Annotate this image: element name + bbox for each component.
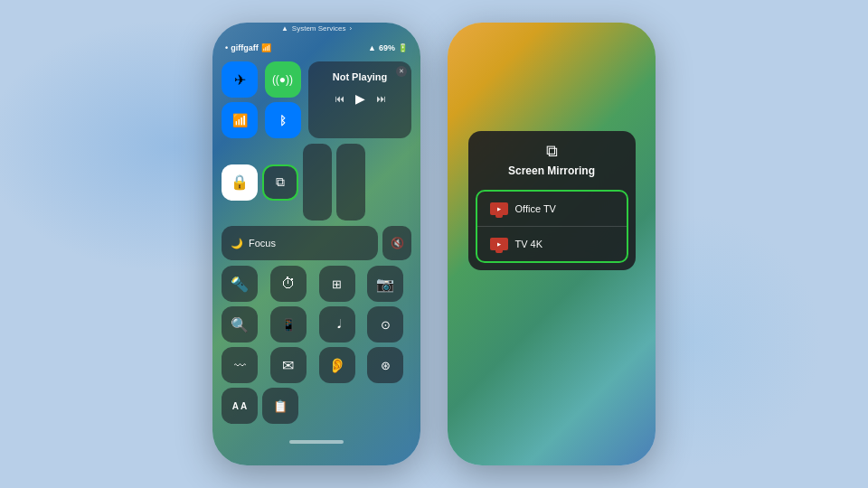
now-playing-close[interactable]: ✕ xyxy=(396,66,407,77)
next-track-button[interactable]: ⏭ xyxy=(376,93,386,104)
connectivity-group: ✈ ((●)) 📶 ᛒ xyxy=(222,61,303,138)
control-center: ✈ ((●)) 📶 ᛒ ✕ Not Playing xyxy=(212,56,420,436)
iphone-right-panel: ⧉ Screen Mirroring ▶ Office TV ▶ TV 4K xyxy=(448,23,656,465)
soundboard-button[interactable]: 〰 xyxy=(222,347,258,383)
accessibility-button[interactable]: ⊛ xyxy=(367,347,403,383)
location-icon: ▲ xyxy=(281,24,288,33)
screen-mirror-popup: ⧉ Screen Mirroring ▶ Office TV ▶ TV 4K xyxy=(468,131,636,270)
mute-icon: 🔇 xyxy=(391,237,404,249)
calculator-icon: ⊞ xyxy=(332,277,342,291)
bluetooth-button[interactable]: ᛒ xyxy=(265,102,301,138)
tv-4k-label: TV 4K xyxy=(515,239,543,249)
shazam-button[interactable]: 𝅘𝅥 xyxy=(319,306,355,343)
popup-screen-mirror-icon: ⧉ xyxy=(546,142,558,161)
home-indicator xyxy=(289,440,344,444)
status-left: • giffgaff 📶 xyxy=(225,43,271,52)
hearing-button[interactable]: 👂 xyxy=(319,347,355,383)
now-playing-widget: ✕ Not Playing ⏮ ▶ ⏭ xyxy=(308,61,411,138)
tv-4k-item[interactable]: ▶ TV 4K xyxy=(477,227,627,261)
record-button[interactable]: ⊙ xyxy=(367,306,403,343)
popup-header: ⧉ Screen Mirroring xyxy=(468,131,636,184)
wallet-button[interactable]: ✉ xyxy=(270,347,307,383)
flashlight-button[interactable]: 🔦 xyxy=(222,266,258,302)
screen-lock-button[interactable]: 🔒 xyxy=(222,164,258,201)
screen-mirror-icon: ⧉ xyxy=(276,174,285,190)
screen-mirror-button[interactable]: ⧉ xyxy=(262,164,298,201)
cellular-button[interactable]: ((●)) xyxy=(265,61,301,98)
airplane-icon: ✈ xyxy=(234,71,246,89)
battery-label: 69% xyxy=(379,43,395,52)
office-tv-label: Office TV xyxy=(515,203,556,214)
wifi-button[interactable]: 📶 xyxy=(222,102,258,138)
mute-button[interactable]: 🔇 xyxy=(382,226,411,260)
accessibility-icon: ⊛ xyxy=(381,359,391,372)
play-button[interactable]: ▶ xyxy=(355,91,365,106)
record-icon: ⊙ xyxy=(381,318,391,332)
location-status-icon: ▲ xyxy=(368,43,376,52)
system-services-bar[interactable]: ▲ System Services › xyxy=(212,23,420,36)
timer-button[interactable]: ⏱ xyxy=(270,266,307,302)
chevron-right-icon: › xyxy=(349,24,352,33)
tv-4k-icon: ▶ xyxy=(490,238,508,250)
system-services-label: System Services xyxy=(292,24,346,33)
lock-icon: 🔒 xyxy=(231,174,249,191)
focus-label: Focus xyxy=(249,238,276,249)
calculator-button[interactable]: ⊞ xyxy=(319,266,355,302)
timer-icon: ⏱ xyxy=(281,276,296,292)
brightness-slider[interactable] xyxy=(303,144,332,221)
office-tv-icon: ▶ xyxy=(490,202,508,215)
focus-button[interactable]: 🌙 Focus xyxy=(222,226,378,260)
grid-row-2: 🔍 📱 𝅘𝅥 ⊙ xyxy=(222,306,411,343)
bottom-row: A A 📋 xyxy=(222,388,411,424)
slider-group xyxy=(303,144,365,221)
grid-row-1: 🔦 ⏱ ⊞ 📷 xyxy=(222,266,411,302)
bluetooth-icon: ᛒ xyxy=(279,114,287,127)
status-right: ▲ 69% 🔋 xyxy=(368,43,408,52)
status-bar: • giffgaff 📶 ▲ 69% 🔋 xyxy=(212,36,420,56)
camera-icon: 📷 xyxy=(376,276,394,293)
soundboard-icon: 〰 xyxy=(234,359,246,372)
grid-row-3: 〰 ✉ 👂 ⊛ xyxy=(222,347,411,383)
remote-button[interactable]: 📱 xyxy=(270,306,307,343)
second-row: 🔒 ⧉ xyxy=(222,144,411,221)
wifi-control-icon: 📶 xyxy=(232,113,248,127)
cellular-icon: ((●)) xyxy=(272,73,293,86)
airplane-mode-button[interactable]: ✈ xyxy=(222,61,258,98)
now-playing-title: Not Playing xyxy=(316,71,404,82)
popup-items-wrapper: ▶ Office TV ▶ TV 4K xyxy=(476,190,628,263)
moon-icon: 🌙 xyxy=(231,238,243,249)
top-row: ✈ ((●)) 📶 ᛒ ✕ Not Playing xyxy=(222,61,411,138)
volume-slider[interactable] xyxy=(336,144,365,221)
wifi-icon: 📶 xyxy=(261,43,271,52)
wallet-icon: ✉ xyxy=(282,357,294,374)
magnifier-icon: 🔍 xyxy=(231,316,249,333)
remote-icon: 📱 xyxy=(281,318,296,332)
dot-icon: • xyxy=(225,43,228,52)
camera-button[interactable]: 📷 xyxy=(367,266,403,302)
popup-title: Screen Mirroring xyxy=(508,164,595,177)
notes-icon: 📋 xyxy=(273,399,288,413)
office-tv-item[interactable]: ▶ Office TV xyxy=(477,192,627,226)
magnifier-button[interactable]: 🔍 xyxy=(222,306,258,343)
carrier-label: giffgaff xyxy=(231,43,259,52)
text-size-label: A A xyxy=(232,401,247,411)
notes-button[interactable]: 📋 xyxy=(262,388,298,424)
text-size-button[interactable]: A A xyxy=(222,388,258,424)
iphone-left-panel: ▲ System Services › • giffgaff 📶 ▲ 69% 🔋… xyxy=(212,23,420,465)
battery-icon: 🔋 xyxy=(398,43,408,52)
now-playing-controls: ⏮ ▶ ⏭ xyxy=(316,91,404,106)
focus-row: 🌙 Focus 🔇 xyxy=(222,226,411,260)
flashlight-icon: 🔦 xyxy=(231,276,249,293)
hearing-icon: 👂 xyxy=(328,357,346,374)
previous-track-button[interactable]: ⏮ xyxy=(335,93,344,104)
